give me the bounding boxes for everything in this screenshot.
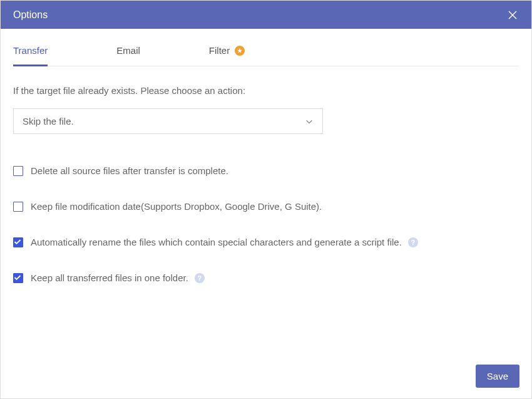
tab-email[interactable]: Email xyxy=(116,35,140,66)
dialog-header: Options xyxy=(1,1,531,29)
chevron-down-icon xyxy=(305,117,314,126)
dialog-title: Options xyxy=(13,9,48,21)
checkbox-keep-one-folder[interactable] xyxy=(13,273,23,283)
checkbox-label: Keep all transferred files in one folder… xyxy=(31,272,188,283)
save-button[interactable]: Save xyxy=(476,365,519,388)
checkbox-label: Delete all source files after transfer i… xyxy=(31,165,228,176)
action-select[interactable]: Skip the file. xyxy=(13,108,323,134)
checkbox-label: Keep file modification date(Supports Dro… xyxy=(31,201,322,212)
action-select-wrapper: Skip the file. xyxy=(13,108,323,134)
action-prompt: If the target file already exists. Pleas… xyxy=(13,85,519,96)
tab-panel-transfer: If the target file already exists. Pleas… xyxy=(13,66,519,283)
option-keep-modification-date: Keep file modification date(Supports Dro… xyxy=(13,201,519,212)
tab-label: Transfer xyxy=(13,45,48,56)
option-auto-rename: Automatically rename the files which con… xyxy=(13,237,519,247)
dialog-content: Transfer Email Filter If the target file… xyxy=(1,35,531,283)
option-keep-one-folder: Keep all transferred files in one folder… xyxy=(13,272,519,283)
option-delete-source: Delete all source files after transfer i… xyxy=(13,165,519,176)
tab-filter[interactable]: Filter xyxy=(209,35,245,66)
checkbox-label: Automatically rename the files which con… xyxy=(31,237,402,247)
tab-label: Email xyxy=(116,45,140,56)
dialog-footer: Save xyxy=(476,365,519,388)
help-icon[interactable]: ? xyxy=(195,273,205,283)
checkbox-delete-source[interactable] xyxy=(13,166,23,176)
checkbox-auto-rename[interactable] xyxy=(13,237,23,247)
tab-label: Filter xyxy=(209,45,230,56)
help-icon[interactable]: ? xyxy=(408,237,418,247)
tabs: Transfer Email Filter xyxy=(13,35,519,66)
checkbox-keep-modification-date[interactable] xyxy=(13,202,23,212)
select-value: Skip the file. xyxy=(23,116,74,127)
close-icon[interactable] xyxy=(506,9,519,21)
star-badge-icon xyxy=(235,46,245,56)
tab-transfer[interactable]: Transfer xyxy=(13,35,48,66)
